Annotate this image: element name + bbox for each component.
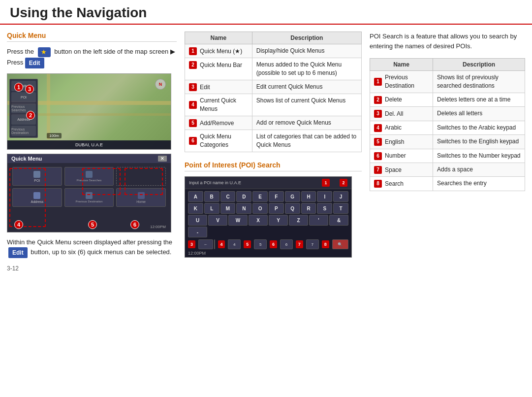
qm-highlight-box-right <box>125 168 163 195</box>
poi-screenshot: Input a POI name in U.A.E 1 2 A B C D E … <box>185 176 352 258</box>
map-bottom-bar: DUBAI, U.A.E <box>7 140 171 149</box>
poi-badge-5: 5 <box>244 240 251 248</box>
table2-name-cell-6: 6Number <box>370 149 433 163</box>
map-screenshot: Edit POI Previous Searches Address Previ… <box>7 73 171 150</box>
left-column: Quick Menu Press the ★ button on the lef… <box>7 32 177 272</box>
poi-badge-2: 2 <box>340 179 347 187</box>
qm-badge-5: 5 <box>88 220 97 229</box>
table2-desc-cell-1: Shows list of previously searched destin… <box>433 71 525 93</box>
table1-row-2: 2Quick Menu BarMenus added to the Quick … <box>185 58 362 80</box>
content-area: Quick Menu Press the ★ button on the lef… <box>0 25 532 277</box>
bottom-paragraph: Within the Quick Menu screen displayed a… <box>7 237 177 258</box>
table1-name-cell-6: 6Quick Menu Categories <box>185 130 252 152</box>
poi-badge-7: 7 <box>296 240 303 248</box>
poi-badge-4: 4 <box>218 240 225 248</box>
qm-title-bar: Quick Menu ✕ <box>7 154 171 163</box>
map-badge-3: 3 <box>25 85 34 94</box>
table1-name-cell-2: 2Quick Menu Bar <box>185 58 252 80</box>
poi-badge-3: 3 <box>188 240 195 248</box>
poi-intro-text: POI Search is a feature that allows you … <box>370 32 525 51</box>
poi-keyboard-row3: U V W X Y Z ' & - <box>185 215 351 238</box>
table1-desc-header: Description <box>252 32 361 44</box>
table1-desc-cell-6: List of categories that can be added to … <box>252 130 361 152</box>
poi-keyboard-row1: A B C D E F G H I J <box>185 189 351 203</box>
table2-row-5: 5EnglishSwitches to the English keypad <box>370 135 525 149</box>
table2-row-6: 6NumberSwitches to the Number keypad <box>370 149 525 163</box>
table2-desc-header: Description <box>433 59 525 71</box>
table2-row-2: 2DeleteDeletes letters one at a time <box>370 93 525 106</box>
map-badge-1: 1 <box>14 83 23 92</box>
table1-row-3: 3EditEdit current Quick Menus <box>185 80 362 94</box>
table2-name-cell-5: 5English <box>370 135 433 149</box>
table1-name-cell-5: 5Add/Remove <box>185 116 252 130</box>
table2-row-8: 8SearchSearches the entry <box>370 177 525 191</box>
table2-desc-cell-2: Deletes letters one at a time <box>433 93 525 106</box>
poi-table: Name Description 1Previous DestinationSh… <box>370 58 525 191</box>
map-compass: N <box>155 79 166 90</box>
poi-space-key[interactable] <box>214 239 215 249</box>
table2-desc-cell-7: Adds a space <box>433 163 525 176</box>
poi-keyboard-bottom: 3 ← 4 4 5 5 6 6 7 7 8 🔍 <box>185 238 351 250</box>
star-button-icon: ★ <box>37 47 51 58</box>
right-column: POI Search is a feature that allows you … <box>370 32 525 272</box>
page-number: 3-12 <box>7 265 177 272</box>
table2-name-header: Name <box>370 59 433 71</box>
qm-highlight-box-mid <box>82 168 121 195</box>
table1-name-cell-3: 3Edit <box>185 80 252 94</box>
poi-badge-6: 6 <box>270 240 277 248</box>
quick-menu-screenshot: Quick Menu ✕ POI Previous Searches Addre… <box>7 154 171 232</box>
table1-desc-cell-2: Menus added to the Quick Menu (possible … <box>252 58 361 80</box>
edit-button-inline-2[interactable]: Edit <box>8 247 28 258</box>
table2-row-4: 4ArabicSwitches to the Arabic keypad <box>370 121 525 134</box>
poi-badge-8: 8 <box>322 240 329 248</box>
table2-name-cell-4: 4Arabic <box>370 121 433 134</box>
table2-name-cell-8: 8Search <box>370 177 433 191</box>
table1-name-cell-4: 4Current Quick Menus <box>185 94 252 116</box>
table2-desc-cell-3: Deletes all letters <box>433 107 525 121</box>
table2-name-cell-2: 2Delete <box>370 93 433 106</box>
table1-desc-cell-1: Display/hide Quick Menus <box>252 44 361 58</box>
table2-desc-cell-8: Searches the entry <box>433 177 525 191</box>
page-header: Using the Navigation <box>0 0 532 25</box>
qm-badge-6: 6 <box>130 220 139 229</box>
table2-row-1: 1Previous DestinationShows list of previ… <box>370 71 525 93</box>
poi-time-row: 12:00PM <box>185 250 351 256</box>
intro-paragraph: Press the ★ button on the left side of t… <box>7 47 177 68</box>
table2-desc-cell-6: Switches to the Number keypad <box>433 149 525 163</box>
table2-desc-cell-5: Switches to the English keypad <box>433 135 525 149</box>
poi-section-title: Point of Interest (POI) Search <box>185 161 362 171</box>
poi-input-row: Input a POI name in U.A.E 1 2 <box>185 177 351 189</box>
table1-row-1: 1Quick Menu (★)Display/hide Quick Menus <box>185 44 362 58</box>
qm-highlight-box-left <box>9 168 46 227</box>
table1-row-6: 6Quick Menu CategoriesList of categories… <box>185 130 362 152</box>
table1-desc-cell-3: Edit current Quick Menus <box>252 80 361 94</box>
table2-name-cell-1: 1Previous Destination <box>370 71 433 93</box>
table2-name-cell-7: 7Space <box>370 163 433 176</box>
edit-button-inline[interactable]: Edit <box>25 58 44 68</box>
middle-column: Name Description 1Quick Menu (★)Display/… <box>185 32 362 272</box>
quick-menu-section-title: Quick Menu <box>7 32 177 42</box>
map-badge-2: 2 <box>26 111 35 120</box>
table1-desc-cell-5: Add or remove Quick Menus <box>252 116 361 130</box>
qm-badge-4: 4 <box>14 220 23 229</box>
table2-name-cell-3: 3Del. All <box>370 107 433 121</box>
table1-name-header: Name <box>185 32 252 44</box>
svg-text:★: ★ <box>41 48 47 56</box>
table1-row-4: 4Current Quick MenusShows list of curren… <box>185 94 362 116</box>
table1-desc-cell-4: Shows list of current Quick Menus <box>252 94 361 116</box>
table1-name-cell-1: 1Quick Menu (★) <box>185 44 252 58</box>
table2-row-3: 3Del. AllDeletes all letters <box>370 107 525 121</box>
qm-time: 12:00PM <box>150 225 166 229</box>
table1-row-5: 5Add/RemoveAdd or remove Quick Menus <box>185 116 362 130</box>
table2-row-7: 7SpaceAdds a space <box>370 163 525 176</box>
poi-badge-1: 1 <box>322 179 330 187</box>
poi-keyboard-row2: K L M N O P Q R S T <box>185 203 351 215</box>
quick-menu-table: Name Description 1Quick Menu (★)Display/… <box>185 32 362 152</box>
table2-desc-cell-4: Switches to the Arabic keypad <box>433 121 525 134</box>
page-title: Using the Navigation <box>10 5 522 21</box>
